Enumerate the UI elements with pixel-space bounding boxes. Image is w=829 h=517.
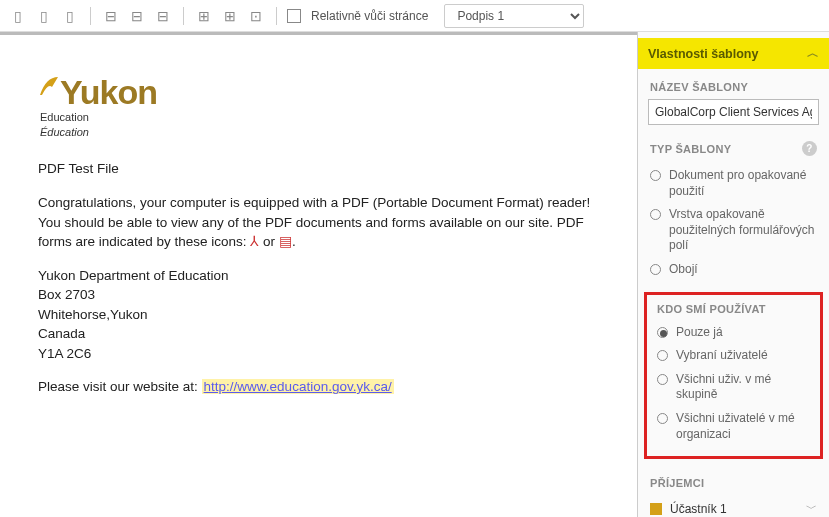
properties-sidebar: Vlastnosti šablony ︿ NÁZEV ŠABLONY TYP Š… [637,32,829,517]
template-type-group: Dokument pro opakované použití Vrstva op… [638,162,829,288]
field-select[interactable]: Podpis 1 [444,4,584,28]
chevron-up-icon: ︿ [807,45,819,62]
recipients-title: PŘÍJEMCI [638,465,829,495]
document-canvas[interactable]: Yukon Education Éducation PDF Test File … [0,32,637,517]
align-center-v-icon[interactable]: ⊟ [127,6,147,26]
type-option-form-layer[interactable]: Vrstva opakovaně použitelných formulářov… [650,203,825,258]
relative-checkbox[interactable] [287,9,301,23]
resize-icon[interactable]: ⊡ [246,6,266,26]
radio-icon [657,327,668,338]
relative-label: Relativně vůči stránce [311,9,428,23]
logo-wordmark: Yukon [60,73,157,111]
radio-icon [650,170,661,181]
who-can-use-group: Pouze já Vybraní uživatelé Všichni uživ.… [649,319,818,453]
who-can-use-highlight: KDO SMÍ POUŽÍVAT Pouze já Vybraní uživat… [644,292,823,460]
who-option-only-me[interactable]: Pouze já [657,321,814,345]
type-option-reusable-doc[interactable]: Dokument pro opakované použití [650,164,825,203]
toolbar: ▯ ▯ ▯ ⊟ ⊟ ⊟ ⊞ ⊞ ⊡ Relativně vůči stránce… [0,0,829,32]
logo-sub-en: Education [40,111,599,124]
align-bottom-icon[interactable]: ⊟ [153,6,173,26]
template-properties-header[interactable]: Vlastnosti šablony ︿ [638,38,829,69]
chevron-down-icon: ﹀ [806,501,817,516]
toolbar-divider [276,7,277,25]
align-right-icon[interactable]: ▯ [60,6,80,26]
recipient-label: Účastník 1 [670,502,727,516]
align-left-icon[interactable]: ▯ [8,6,28,26]
template-name-title: NÁZEV ŠABLONY [638,69,829,99]
help-icon[interactable]: ? [802,141,817,156]
distribute-v-icon[interactable]: ⊞ [220,6,240,26]
template-type-title: TYP ŠABLONY ? [638,129,829,162]
radio-icon [657,374,668,385]
toolbar-divider [183,7,184,25]
pdf-file-icon: ▤ [279,234,292,249]
who-option-selected-users[interactable]: Vybraní uživatelé [657,344,814,368]
recipient-color-icon [650,503,662,515]
doc-paragraph: Congratulations, your computer is equipp… [38,193,599,252]
radio-icon [657,350,668,361]
pdf-person-icon: ⅄ [250,234,259,249]
website-link[interactable]: http://www.education.gov.yk.ca/ [202,379,394,394]
pdf-page: Yukon Education Éducation PDF Test File … [0,35,637,431]
template-name-input[interactable] [648,99,819,125]
radio-icon [650,264,661,275]
distribute-h-icon[interactable]: ⊞ [194,6,214,26]
logo-sub-fr: Éducation [40,126,599,139]
align-top-icon[interactable]: ⊟ [101,6,121,26]
recipient-row[interactable]: Účastník 1 ﹀ [638,495,829,517]
who-option-org[interactable]: Všichni uživatelé v mé organizaci [657,407,814,446]
radio-icon [650,209,661,220]
who-can-use-title: KDO SMÍ POUŽÍVAT [649,297,818,319]
address-block: Yukon Department of Education Box 2703 W… [38,266,599,364]
type-option-both[interactable]: Obojí [650,258,825,282]
yukon-logo: Yukon Education Éducation [38,75,599,139]
toolbar-divider [90,7,91,25]
who-option-group[interactable]: Všichni uživ. v mé skupině [657,368,814,407]
radio-icon [657,413,668,424]
doc-title: PDF Test File [38,159,599,179]
panel-title: Vlastnosti šablony [648,47,758,61]
website-line: Please visit our website at: http://www.… [38,377,599,397]
align-center-h-icon[interactable]: ▯ [34,6,54,26]
